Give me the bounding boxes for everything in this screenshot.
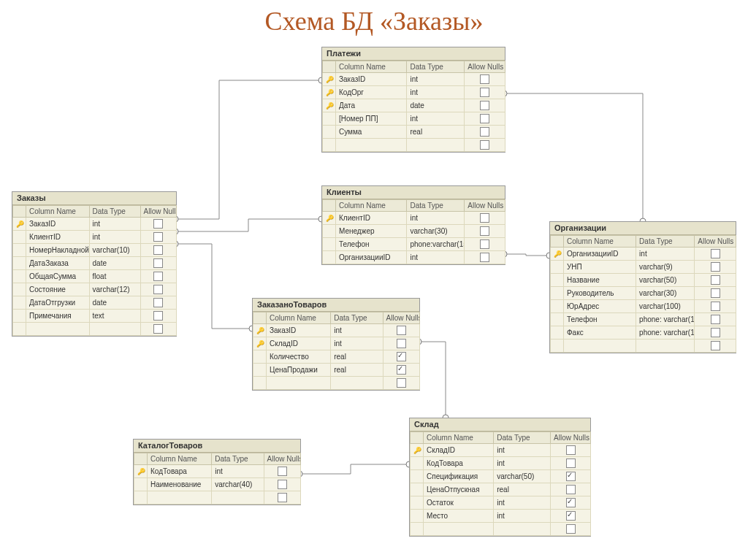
column-row[interactable]: Менеджерvarchar(30)	[323, 225, 505, 238]
allow-nulls-checkbox[interactable]	[695, 274, 736, 287]
allow-nulls-checkbox[interactable]	[140, 257, 176, 270]
pk-icon	[13, 283, 26, 296]
column-name: ЦенаПродажи	[267, 364, 331, 377]
column-row[interactable]: ОрганизацииIDint	[323, 251, 505, 264]
allow-nulls-checkbox[interactable]	[465, 99, 505, 112]
column-row[interactable]: КлиентIDint	[13, 231, 177, 244]
column-row[interactable]: 🔑Датаdate	[323, 99, 505, 112]
allow-nulls-checkbox[interactable]	[140, 231, 176, 244]
allow-nulls-checkbox[interactable]	[551, 523, 591, 536]
column-row[interactable]: Факсphone: varchar(15)	[551, 326, 736, 340]
column-row[interactable]: ОбщаяСуммаfloat	[13, 270, 177, 283]
allow-nulls-checkbox[interactable]	[465, 126, 505, 139]
allow-nulls-checkbox[interactable]	[465, 86, 505, 99]
column-row[interactable]: 🔑ОрганизацииIDint	[551, 248, 736, 261]
column-row[interactable]: Наименованиеvarchar(40)	[134, 478, 301, 491]
column-row[interactable]: 🔑КодТовараint	[134, 465, 301, 478]
allow-nulls-checkbox[interactable]	[551, 470, 591, 483]
allow-nulls-checkbox[interactable]	[465, 112, 505, 126]
column-row[interactable]: ДатаЗаказаdate	[13, 257, 177, 270]
column-row[interactable]: Суммаreal	[323, 126, 505, 139]
allow-nulls-checkbox[interactable]	[383, 350, 419, 364]
header-column-name: Column Name	[267, 312, 331, 324]
column-row[interactable]: НомерНакладнойvarchar(10)	[13, 244, 177, 257]
allow-nulls-checkbox[interactable]	[465, 225, 505, 238]
pk-icon: 🔑	[134, 465, 148, 478]
allow-nulls-checkbox[interactable]	[465, 139, 505, 152]
column-row[interactable]: 🔑КодОргint	[323, 86, 505, 99]
column-row[interactable]: 🔑ЗаказIDint	[253, 324, 420, 337]
allow-nulls-checkbox[interactable]	[383, 364, 419, 377]
allow-nulls-checkbox[interactable]	[695, 248, 736, 261]
entity-sklad[interactable]: СкладColumn NameData TypeAllow Nulls🔑Скл…	[409, 418, 591, 537]
allow-nulls-checkbox[interactable]	[140, 244, 176, 257]
allow-nulls-checkbox[interactable]	[140, 323, 176, 336]
allow-nulls-checkbox[interactable]	[383, 324, 419, 337]
allow-nulls-checkbox[interactable]	[140, 283, 176, 296]
column-row[interactable]: 🔑ЗаказIDint	[13, 218, 177, 231]
column-name: Менеджер	[336, 225, 407, 238]
allow-nulls-checkbox[interactable]	[140, 218, 176, 231]
allow-nulls-checkbox[interactable]	[465, 73, 505, 86]
allow-nulls-checkbox[interactable]	[695, 287, 736, 300]
allow-nulls-checkbox[interactable]	[465, 212, 505, 225]
entity-klienty[interactable]: КлиентыColumn NameData TypeAllow Nulls🔑К…	[321, 185, 505, 265]
column-row[interactable]: ЮрАдресvarchar(100)	[551, 300, 736, 313]
allow-nulls-checkbox[interactable]	[140, 270, 176, 283]
column-row[interactable]: ЦенаПродажиreal	[253, 364, 420, 377]
allow-nulls-checkbox[interactable]	[264, 478, 300, 491]
allow-nulls-checkbox[interactable]	[140, 310, 176, 323]
column-row[interactable]: Руководительvarchar(30)	[551, 287, 736, 300]
entity-zakazy[interactable]: ЗаказыColumn NameData TypeAllow Nulls🔑За…	[12, 191, 177, 337]
entity-org[interactable]: ОрганизацииColumn NameData TypeAllow Nul…	[549, 221, 736, 353]
entity-platezhi[interactable]: ПлатежиColumn NameData TypeAllow Nulls🔑З…	[321, 47, 505, 153]
column-row[interactable]: 🔑СкладIDint	[253, 337, 420, 350]
column-row[interactable]: Телефонphone:varchar(15)	[323, 238, 505, 251]
header-column-name: Column Name	[424, 432, 494, 444]
column-row[interactable]: Телефонphone: varchar(15)	[551, 313, 736, 326]
column-row[interactable]	[253, 377, 420, 390]
allow-nulls-checkbox[interactable]	[695, 340, 736, 353]
allow-nulls-checkbox[interactable]	[551, 457, 591, 470]
column-row[interactable]: [Номер ПП]int	[323, 112, 505, 126]
column-row[interactable]: Состояниеvarchar(12)	[13, 283, 177, 296]
column-name: Примечания	[26, 310, 90, 323]
allow-nulls-checkbox[interactable]	[695, 326, 736, 340]
column-row[interactable]: Примечанияtext	[13, 310, 177, 323]
allow-nulls-checkbox[interactable]	[140, 296, 176, 310]
allow-nulls-checkbox[interactable]	[551, 483, 591, 496]
allow-nulls-checkbox[interactable]	[551, 510, 591, 523]
column-row[interactable]: 🔑СкладIDint	[411, 444, 591, 457]
allow-nulls-checkbox[interactable]	[551, 444, 591, 457]
allow-nulls-checkbox[interactable]	[465, 238, 505, 251]
column-row[interactable]: Названиеvarchar(50)	[551, 274, 736, 287]
allow-nulls-checkbox[interactable]	[383, 337, 419, 350]
column-row[interactable]: Спецификацияvarchar(50)	[411, 470, 591, 483]
column-row[interactable]: Количествоreal	[253, 350, 420, 364]
column-row[interactable]: Местоint	[411, 510, 591, 523]
column-row[interactable]	[551, 340, 736, 353]
column-row[interactable]: ЦенаОтпускнаяreal	[411, 483, 591, 496]
column-row[interactable]: Остатокint	[411, 496, 591, 510]
column-row[interactable]: ДатаОтгрузкиdate	[13, 296, 177, 310]
allow-nulls-checkbox[interactable]	[383, 377, 419, 390]
column-type: phone: varchar(15)	[636, 313, 695, 326]
allow-nulls-checkbox[interactable]	[264, 491, 300, 505]
allow-nulls-checkbox[interactable]	[264, 465, 300, 478]
column-row[interactable]: КодТовараint	[411, 457, 591, 470]
allow-nulls-checkbox[interactable]	[551, 496, 591, 510]
column-row[interactable]: УНПvarchar(9)	[551, 261, 736, 274]
column-row[interactable]: 🔑ЗаказIDint	[323, 73, 505, 86]
entity-zakazano[interactable]: ЗаказаноТоваровColumn NameData TypeAllow…	[252, 298, 420, 391]
column-row[interactable]	[13, 323, 177, 336]
allow-nulls-checkbox[interactable]	[465, 251, 505, 264]
entity-katalog[interactable]: КаталогТоваровColumn NameData TypeAllow …	[133, 439, 301, 505]
column-type: int	[407, 251, 465, 264]
allow-nulls-checkbox[interactable]	[695, 300, 736, 313]
column-row[interactable]	[323, 139, 505, 152]
column-row[interactable]: 🔑КлиентIDint	[323, 212, 505, 225]
allow-nulls-checkbox[interactable]	[695, 313, 736, 326]
column-row[interactable]	[411, 523, 591, 536]
column-row[interactable]	[134, 491, 301, 505]
allow-nulls-checkbox[interactable]	[695, 261, 736, 274]
